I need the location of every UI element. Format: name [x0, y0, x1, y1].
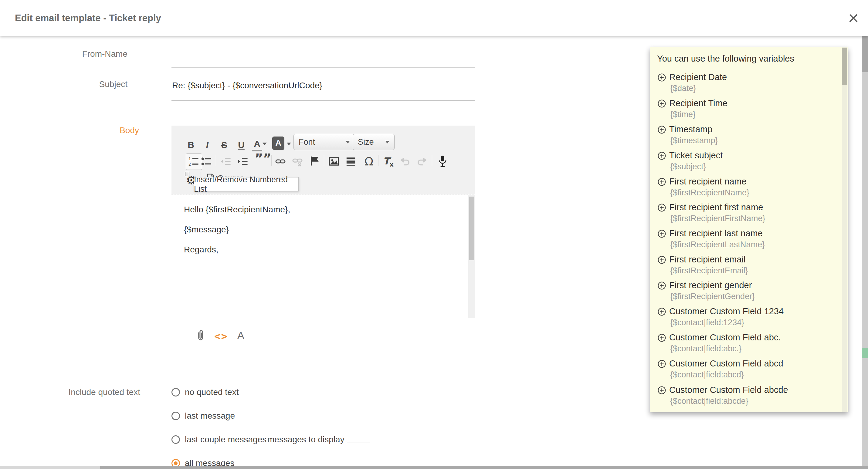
- variable-item[interactable]: First recipient email{$firstRecipientEma…: [650, 254, 832, 279]
- variable-label: Ticket subject: [669, 151, 723, 160]
- variable-code: {$firstRecipientEmail}: [670, 266, 748, 276]
- window-scrollbar-thumb[interactable]: [862, 36, 868, 72]
- window-scrollbar[interactable]: [862, 36, 868, 469]
- size-caret-icon: [385, 141, 390, 144]
- italic-button[interactable]: I: [202, 137, 213, 153]
- plus-circle-icon[interactable]: [658, 99, 666, 108]
- variable-label: Customer Custom Field abc.: [669, 333, 781, 343]
- variable-code: {$contact|field:abcde}: [670, 397, 748, 406]
- plus-circle-icon[interactable]: [658, 256, 666, 264]
- attachment-paperclip-icon[interactable]: [195, 330, 206, 342]
- variable-item[interactable]: Customer Custom Field abcd{$contact|fiel…: [650, 358, 832, 383]
- plus-circle-icon[interactable]: [658, 204, 666, 212]
- plus-circle-icon[interactable]: [658, 308, 666, 316]
- increase-indent-icon[interactable]: [238, 156, 248, 166]
- variables-scrollbar[interactable]: [842, 47, 847, 412]
- plus-circle-icon[interactable]: [658, 152, 666, 160]
- variable-item[interactable]: First recipient gender{$firstRecipientGe…: [650, 280, 832, 305]
- horizontal-scrollbar-thumb[interactable]: [100, 466, 868, 469]
- underline-button[interactable]: U: [236, 137, 247, 153]
- undo-icon[interactable]: [400, 156, 410, 166]
- bullet-list-icon[interactable]: [201, 156, 212, 166]
- variable-code: {$contact|field:abc.}: [670, 344, 741, 353]
- editor-line: {$message}: [184, 225, 229, 234]
- radio-icon[interactable]: [172, 388, 180, 397]
- redo-icon[interactable]: [417, 156, 427, 166]
- insert-link-icon[interactable]: [275, 156, 286, 166]
- radio-icon[interactable]: [172, 412, 180, 420]
- decrease-indent-icon[interactable]: [221, 156, 231, 166]
- special-character-icon[interactable]: Ω: [365, 155, 373, 168]
- strikethrough-icon: S: [221, 140, 227, 150]
- insert-image-icon[interactable]: [329, 156, 339, 166]
- variable-code: {$date}: [670, 84, 696, 93]
- size-dropdown[interactable]: Size: [353, 134, 395, 150]
- editor-content-area[interactable]: Hello {$firstRecipientName}, {$message} …: [172, 194, 475, 318]
- dialog-header: Edit email template - Ticket reply: [0, 0, 868, 36]
- close-icon[interactable]: [848, 13, 859, 24]
- remove-format-icon[interactable]: Tx: [383, 155, 394, 168]
- variables-scrollbar-thumb[interactable]: [842, 48, 847, 85]
- subject-value: Re: {$subject} - {$conversationUrlCode}: [172, 81, 322, 90]
- variable-label: Timestamp: [669, 124, 712, 134]
- background-color-button[interactable]: A: [272, 136, 284, 150]
- anchor-flag-icon[interactable]: [310, 156, 320, 166]
- variable-item[interactable]: Customer Custom Field 1234{$contact|fiel…: [650, 306, 832, 331]
- variable-item[interactable]: First recipient first name{$firstRecipie…: [650, 202, 832, 227]
- variable-item[interactable]: Recipient Date{$date}: [650, 72, 832, 96]
- background-color-caret-icon[interactable]: [287, 143, 291, 145]
- plus-circle-icon[interactable]: [658, 178, 666, 186]
- editor-scrollbar[interactable]: [468, 195, 475, 318]
- radio-icon[interactable]: [172, 435, 180, 444]
- editor-scrollbar-thumb[interactable]: [469, 196, 474, 260]
- variable-item[interactable]: First recipient last name{$firstRecipien…: [650, 228, 832, 253]
- horizontal-scrollbar[interactable]: [0, 466, 868, 469]
- font-a-icon[interactable]: A: [237, 330, 244, 341]
- from-name-input[interactable]: [172, 67, 475, 68]
- dictate-mic-icon[interactable]: [437, 155, 448, 168]
- plus-circle-icon[interactable]: [658, 230, 666, 238]
- plus-circle-icon[interactable]: [658, 126, 666, 134]
- bold-button[interactable]: B: [185, 137, 196, 153]
- variable-label: Customer Custom Field abcde: [669, 385, 788, 395]
- variable-item[interactable]: Recipient Time{$time}: [650, 98, 832, 123]
- remove-format-t: T: [383, 155, 390, 167]
- radio-option-last-message[interactable]: last message: [172, 409, 235, 423]
- toolbar-separator: [432, 155, 432, 166]
- strikethrough-button[interactable]: S: [219, 137, 230, 153]
- svg-text:1: 1: [188, 157, 191, 161]
- bold-icon: B: [188, 140, 194, 150]
- text-color-caret-icon[interactable]: [262, 143, 267, 145]
- variables-panel: You can use the following variables Reci…: [650, 47, 848, 412]
- background-color-icon: A: [275, 138, 281, 148]
- text-color-button[interactable]: A: [252, 136, 262, 152]
- messages-to-display-input[interactable]: [347, 443, 370, 443]
- variable-item[interactable]: Customer Custom Field abcde{$contact|fie…: [650, 385, 832, 409]
- variable-item[interactable]: Timestamp{$timestamp}: [650, 124, 832, 149]
- font-dropdown[interactable]: Font: [293, 134, 355, 150]
- radio-option-last-couple-messages[interactable]: last couple messages messages to display: [172, 433, 384, 446]
- underline-icon: U: [238, 140, 245, 150]
- horizontal-lines-icon[interactable]: [346, 156, 356, 166]
- plus-circle-icon[interactable]: [658, 334, 666, 342]
- variable-item[interactable]: Customer Custom Field abc.{$contact|fiel…: [650, 333, 832, 357]
- variable-item[interactable]: First recipient name{$firstRecipientName…: [650, 177, 832, 201]
- variable-code: {$time}: [670, 110, 695, 119]
- variable-item[interactable]: Ticket subject{$subject}: [650, 151, 832, 175]
- radio-option-no-quoted-text[interactable]: no quoted text: [172, 385, 239, 399]
- body-label: Body: [120, 126, 139, 135]
- plus-circle-icon[interactable]: [658, 360, 666, 368]
- variable-code: {$firstRecipientLastName}: [670, 240, 765, 249]
- plus-circle-icon[interactable]: [658, 282, 666, 290]
- dialog-title: Edit email template - Ticket reply: [15, 13, 161, 24]
- subject-label: Subject: [99, 80, 127, 89]
- editor-line: Hello {$firstRecipientName},: [184, 205, 290, 215]
- remove-link-icon[interactable]: [292, 156, 303, 166]
- plus-circle-icon[interactable]: [658, 386, 666, 395]
- subject-input[interactable]: [172, 100, 475, 101]
- blockquote-icon[interactable]: ””: [255, 151, 271, 166]
- html-code-icon[interactable]: <>: [214, 330, 228, 342]
- plus-circle-icon[interactable]: [658, 73, 666, 82]
- variable-code: {$firstRecipientGender}: [670, 292, 755, 301]
- numbered-list-icon[interactable]: 1 2: [188, 156, 199, 166]
